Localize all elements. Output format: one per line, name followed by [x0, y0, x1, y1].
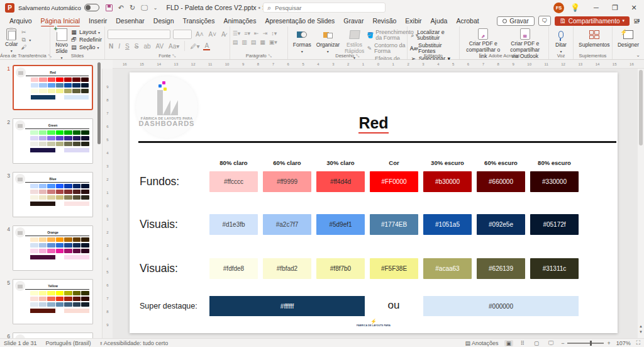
- addins-button[interactable]: Suplementos: [576, 28, 613, 49]
- tab-transicoes[interactable]: Transições: [178, 16, 219, 26]
- tab-pagina-inicial[interactable]: Página Inicial: [36, 16, 84, 26]
- color-swatch[interactable]: #1051a5: [423, 214, 472, 235]
- color-swatch[interactable]: #1774EB: [370, 214, 418, 235]
- zoom-slider[interactable]: [567, 343, 604, 344]
- tab-animacoes[interactable]: Animações: [219, 16, 260, 26]
- color-swatch[interactable]: #ffcccc: [209, 171, 258, 192]
- highlight-color-button[interactable]: 🖉▾: [189, 43, 201, 50]
- save-icon[interactable]: [106, 4, 113, 11]
- indent-right-icon[interactable]: ⇥: [263, 30, 268, 37]
- dialog-launcher-icon[interactable]: ⤡: [269, 54, 272, 58]
- font-name-select[interactable]: [108, 30, 170, 39]
- color-swatch[interactable]: #05172f: [530, 214, 579, 235]
- color-swatch[interactable]: #fdfde8: [209, 258, 258, 279]
- thumbnail-slide-1[interactable]: 1 Red: [3, 65, 96, 110]
- slide-editor[interactable]: FÁBRICA DE LAYOUTS PARA DASHBOARDS Red 8…: [130, 72, 618, 333]
- line-spacing-icon[interactable]: ↕▾: [271, 30, 277, 37]
- align-left-icon[interactable]: ▤: [233, 39, 238, 45]
- avatar[interactable]: FS: [553, 3, 564, 13]
- record-button[interactable]: Gravar: [497, 16, 535, 26]
- present-icon[interactable]: 🖳: [633, 17, 640, 25]
- strikethrough-button[interactable]: S: [133, 43, 140, 50]
- font-size-select[interactable]: [173, 30, 192, 39]
- canvas-scrollbar[interactable]: ▲▼: [638, 69, 644, 338]
- color-swatch[interactable]: #31311c: [530, 258, 579, 279]
- justify-icon[interactable]: ▦: [260, 39, 265, 45]
- bold-button[interactable]: N: [108, 43, 114, 50]
- vertical-ruler[interactable]: 9876543210123456789: [102, 69, 113, 338]
- collapse-ribbon-icon[interactable]: ⌄: [636, 52, 640, 58]
- italic-button[interactable]: I: [117, 43, 121, 50]
- normal-view-button[interactable]: ▣: [504, 340, 513, 346]
- color-swatch[interactable]: #acaa63: [423, 258, 472, 279]
- dialog-launcher-icon[interactable]: ⤡: [172, 54, 175, 58]
- slide-counter[interactable]: Slide 1 de 31: [4, 340, 37, 346]
- thumbnail-slide-3[interactable]: 3 Blue: [3, 172, 96, 217]
- tab-ajuda[interactable]: Ajuda: [426, 16, 452, 26]
- thumbnail-slide-5[interactable]: 5 Yellow: [3, 279, 96, 324]
- share-button[interactable]: 🖻Compartilhamento▾: [555, 16, 630, 26]
- search-input[interactable]: [275, 4, 369, 11]
- cut-button[interactable]: ✂: [20, 30, 31, 35]
- dictate-button[interactable]: Ditar▾: [552, 28, 570, 55]
- comments-button[interactable]: 🗨: [538, 16, 551, 26]
- tab-gravar[interactable]: Gravar: [339, 16, 368, 26]
- columns-icon[interactable]: ▣▾: [269, 39, 277, 45]
- redo-icon[interactable]: ↻: [130, 4, 135, 12]
- slideshow-view-button[interactable]: 🖵: [547, 339, 555, 346]
- slideshow-icon[interactable]: 🖵: [141, 4, 148, 12]
- layout-button[interactable]: ▦Layout▾: [70, 30, 102, 35]
- decrease-font-icon[interactable]: A˅: [208, 31, 218, 38]
- search-box[interactable]: ⌕: [263, 3, 386, 13]
- color-swatch[interactable]: #ff9999: [263, 171, 311, 192]
- lightbulb-icon[interactable]: 💡: [570, 3, 580, 12]
- zoom-in-button[interactable]: +: [607, 340, 610, 346]
- designer-button[interactable]: Designer: [615, 28, 641, 49]
- shadow-button[interactable]: ab: [142, 43, 152, 50]
- slide-nav-buttons[interactable]: ▲▼: [638, 324, 644, 336]
- increase-font-icon[interactable]: A˄: [194, 31, 205, 38]
- format-painter-button[interactable]: 🖌: [20, 45, 31, 50]
- copy-button[interactable]: ⧉▾: [20, 37, 31, 43]
- font-color-button[interactable]: A: [203, 42, 210, 50]
- color-swatch[interactable]: #626139: [477, 258, 525, 279]
- color-swatch[interactable]: #d1e3fb: [209, 214, 258, 235]
- language-indicator[interactable]: Português (Brasil): [46, 340, 91, 346]
- color-swatch[interactable]: #fbfad2: [263, 258, 311, 279]
- change-case-button[interactable]: Aa▾: [167, 43, 180, 50]
- slide-title[interactable]: Red: [130, 114, 618, 132]
- tab-arquivo[interactable]: Arquivo: [5, 16, 36, 26]
- arrange-button[interactable]: Organizar▾: [314, 28, 342, 55]
- super-swatch-left[interactable]: #ffffff: [209, 296, 365, 316]
- char-spacing-button[interactable]: AV: [155, 43, 165, 50]
- tab-apresentacao[interactable]: Apresentação de Slides: [260, 16, 339, 26]
- thumbnail-slide-6[interactable]: 6 Cyan: [3, 333, 96, 338]
- restore-button[interactable]: ❐: [606, 1, 624, 14]
- minimize-button[interactable]: ─: [587, 1, 605, 14]
- color-swatch[interactable]: #330000: [530, 171, 579, 192]
- color-swatch[interactable]: #5d9ef1: [316, 214, 365, 235]
- section-button[interactable]: ▤Seção▾: [70, 45, 102, 50]
- horizontal-ruler[interactable]: 1615141312111098765432101234567891011121…: [113, 60, 644, 69]
- zoom-level[interactable]: 107%: [616, 340, 631, 346]
- find-replace-button[interactable]: ⌕Localizar e substituir: [410, 30, 457, 41]
- color-swatch[interactable]: #f8f7b0: [316, 258, 365, 279]
- tab-desenhar[interactable]: Desenhar: [111, 16, 149, 26]
- paste-button[interactable]: Colar▾: [3, 28, 20, 54]
- dialog-launcher-icon[interactable]: ⤡: [356, 54, 359, 58]
- color-swatch[interactable]: #092e5e: [477, 214, 525, 235]
- color-swatch[interactable]: #F5F38E: [370, 258, 418, 279]
- autosave-toggle[interactable]: [84, 4, 99, 11]
- color-swatch[interactable]: #a2c7f7: [263, 214, 311, 235]
- thumbnail-scrollbar[interactable]: [97, 60, 102, 338]
- tab-exibir[interactable]: Exibir: [401, 16, 426, 26]
- tab-revisao[interactable]: Revisão: [368, 16, 401, 26]
- color-swatch[interactable]: #b30000: [423, 171, 472, 192]
- powerpoint-app-icon[interactable]: P: [5, 3, 14, 13]
- accessibility-status[interactable]: 🯅 Acessibilidade: tudo certo: [100, 340, 169, 346]
- underline-button[interactable]: S: [124, 43, 131, 50]
- indent-left-icon[interactable]: ⇤: [254, 30, 259, 37]
- tab-acrobat[interactable]: Acrobat: [452, 16, 483, 26]
- thumbnail-slide-2[interactable]: 2 Green: [3, 118, 96, 164]
- reset-button[interactable]: 🗗Redefinir: [70, 37, 102, 43]
